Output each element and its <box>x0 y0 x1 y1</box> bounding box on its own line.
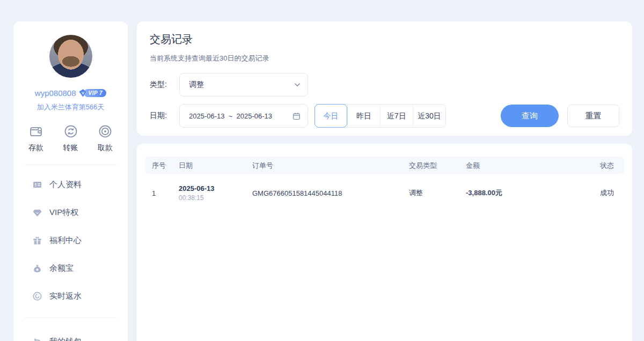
type-select[interactable]: 调整 <box>179 73 308 97</box>
page-title: 交易记录 <box>150 32 619 47</box>
type-select-value: 调整 <box>189 80 294 90</box>
vip-diamond-icon: V <box>78 88 87 98</box>
date-range-picker[interactable] <box>179 104 308 128</box>
withdraw-target-icon <box>98 124 113 139</box>
deposit-action[interactable]: 存款 <box>28 124 43 153</box>
gem-icon <box>32 207 42 218</box>
sidebar: wyp080808 V VIP 7 加入米兰体育第566天 存款 <box>13 21 128 341</box>
gift-icon <box>32 235 42 246</box>
filter-card: 交易记录 当前系统支持查询最近30日的交易记录 类型: 调整 日期: <box>137 21 632 136</box>
date-label: 日期: <box>150 111 173 121</box>
table-row: 1 2025-06-13 00:38:15 GMG676605158144504… <box>145 174 624 212</box>
row-type: 调整 <box>402 188 459 198</box>
column-header-date: 日期 <box>172 161 245 171</box>
sidebar-item-welfare[interactable]: 福利中心 <box>32 226 128 254</box>
withdraw-action[interactable]: 取款 <box>98 124 113 153</box>
sidebar-item-vip[interactable]: VIP特权 <box>32 198 128 226</box>
sidebar-item-rebate[interactable]: 实时返水 <box>32 282 128 310</box>
search-button[interactable]: 查询 <box>501 105 559 127</box>
row-date: 2025-06-13 00:38:15 <box>172 184 245 202</box>
sidebar-item-profile[interactable]: 个人资料 <box>32 171 128 198</box>
sidebar-item-label: 我的钱包 <box>49 337 82 341</box>
sidebar-item-label: 余额宝 <box>49 263 74 273</box>
deposit-label: 存款 <box>28 143 43 153</box>
column-header-status: 状态 <box>558 161 624 171</box>
table-header: 序号 日期 订单号 交易类型 金额 状态 <box>145 157 624 174</box>
membership-days-text: 加入米兰体育第566天 <box>37 102 105 112</box>
date-range-input[interactable] <box>189 112 292 120</box>
sidebar-item-label: 福利中心 <box>49 235 82 246</box>
id-card-icon <box>32 180 42 190</box>
range-yesterday-button[interactable]: 昨日 <box>347 105 380 127</box>
sidebar-menu: 个人资料 VIP特权 福利中心 <box>13 165 128 310</box>
sidebar-item-yuebao[interactable]: 余额宝 <box>32 254 128 282</box>
row-index: 1 <box>145 189 172 197</box>
type-label: 类型: <box>150 80 173 90</box>
sidebar-item-wallet[interactable]: 我的钱包 <box>32 328 128 341</box>
column-header-index: 序号 <box>145 161 172 171</box>
sidebar-menu-footer: 我的钱包 <box>13 318 128 341</box>
range-today-button[interactable]: 今日 <box>314 104 347 128</box>
range-7days-button[interactable]: 近7日 <box>380 105 413 127</box>
records-card: 序号 日期 订单号 交易类型 金额 状态 1 2025-06-13 00:38:… <box>137 144 632 341</box>
user-avatar[interactable] <box>49 35 92 78</box>
reset-button[interactable]: 重置 <box>567 105 619 127</box>
rebate-circle-icon <box>32 291 42 301</box>
row-amount: -3,888.00元 <box>459 188 558 198</box>
calendar-icon <box>292 112 301 121</box>
main-content: 交易记录 当前系统支持查询最近30日的交易记录 类型: 调整 日期: <box>137 21 632 341</box>
row-status: 成功 <box>558 188 624 198</box>
row-time-value: 00:38:15 <box>179 194 245 202</box>
withdraw-label: 取款 <box>98 143 113 153</box>
column-header-type: 交易类型 <box>402 161 459 171</box>
transfer-action[interactable]: 转账 <box>63 124 78 153</box>
piggy-bank-icon <box>32 337 42 341</box>
sidebar-item-label: VIP特权 <box>49 207 78 218</box>
range-30days-button[interactable]: 近30日 <box>413 105 445 127</box>
sidebar-item-label: 实时返水 <box>49 291 82 301</box>
date-filter-row: 日期: 今日 昨日 近7日 近30日 查询 重置 <box>150 104 619 128</box>
username: wyp080808 <box>35 88 76 98</box>
row-date-value: 2025-06-13 <box>179 184 245 192</box>
transfer-arrows-icon <box>63 124 78 139</box>
records-table: 序号 日期 订单号 交易类型 金额 状态 1 2025-06-13 00:38:… <box>145 157 624 212</box>
quick-actions: 存款 转账 取款 <box>13 124 128 153</box>
page-subtitle: 当前系统支持查询最近30日的交易记录 <box>150 54 619 63</box>
deposit-wallet-icon <box>28 124 43 139</box>
column-header-order: 订单号 <box>245 161 402 171</box>
quick-range-group: 今日 昨日 近7日 近30日 <box>314 104 446 128</box>
column-header-amount: 金额 <box>459 161 558 171</box>
username-row: wyp080808 V VIP 7 <box>35 88 106 98</box>
svg-text:V: V <box>82 91 85 95</box>
row-order-no: GMG6766051581445044118 <box>245 189 402 197</box>
money-bag-icon <box>32 263 42 273</box>
transfer-label: 转账 <box>63 143 78 153</box>
sidebar-item-label: 个人资料 <box>49 180 82 190</box>
chevron-down-icon <box>294 81 301 88</box>
type-filter-row: 类型: 调整 <box>150 73 619 97</box>
vip-badge: V VIP 7 <box>78 88 107 98</box>
